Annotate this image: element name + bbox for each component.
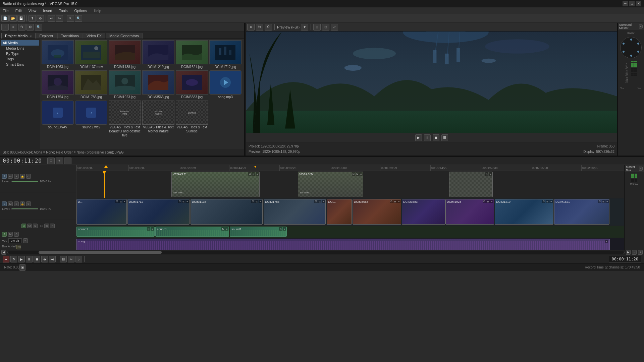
media-fx-btn[interactable]: fx — [18, 24, 25, 31]
track-lock-btn-2[interactable]: 🔒 — [20, 201, 25, 206]
tab-transitions[interactable]: Transitions — [57, 33, 83, 39]
h-scrollbar-thumb[interactable] — [39, 251, 162, 254]
track-comp-btn-1[interactable]: C — [26, 174, 31, 179]
zoom-in-h-btn[interactable]: + — [638, 250, 643, 255]
timeline-snap-btn[interactable]: ⊡ — [47, 158, 55, 164]
media-view-btn[interactable]: ≡ — [10, 24, 17, 31]
media-item-dcim1138[interactable]: DCIM1138.jpg — [109, 40, 141, 69]
clip-tb-fx-s1-2[interactable]: fx — [221, 227, 225, 231]
clip-tb-env-1712[interactable]: ≡ — [185, 200, 189, 203]
preview-maximize-btn[interactable]: ⤢ — [331, 24, 338, 31]
media-item-sound2[interactable]: ♪ sound2.wav — [75, 101, 107, 137]
clip-video-dcim3583[interactable]: DCIM3583 — [402, 199, 445, 225]
undo-button[interactable]: ↩ — [48, 15, 55, 22]
transport-next-frame-btn[interactable]: ⏭ — [49, 256, 56, 262]
clip-tb-snap-1138[interactable]: ⊡ — [251, 200, 255, 203]
menu-insert[interactable]: Insert — [42, 8, 54, 13]
clip-tb-snap-d[interactable]: ⊡ — [115, 200, 119, 203]
transport-snap-btn[interactable]: ⊡ — [60, 256, 67, 262]
tree-all-media[interactable]: All Media — [1, 40, 39, 46]
track-mute-btn-4[interactable]: M — [8, 232, 13, 237]
h-scrollbar[interactable] — [7, 251, 625, 254]
track-mute-btn-3[interactable]: M — [27, 224, 32, 228]
clip-tb-fx-1621[interactable]: fx — [602, 200, 605, 203]
transport-pause-btn[interactable]: ⏸ — [26, 256, 33, 262]
track-fx-btn-3[interactable]: fx — [44, 224, 49, 228]
clip-video-dci[interactable]: DCI... — [327, 199, 352, 225]
track-solo-btn-1[interactable]: S — [14, 174, 19, 179]
clip-tb-env-1621[interactable]: ≡ — [605, 200, 609, 203]
clip-audio-sound1-3[interactable]: sound1 fx ≡ — [230, 227, 287, 237]
preview-loop-btn[interactable]: ☰ — [441, 134, 448, 141]
clip-tb-env-d[interactable]: ≡ — [123, 200, 126, 203]
media-import-btn[interactable]: + — [1, 24, 9, 31]
clip-tb-snap-1621[interactable]: ⊡ — [598, 200, 601, 203]
clip-tb-snap-3563[interactable]: ⊡ — [390, 200, 393, 203]
timeline-tracks[interactable]: 00:00:00;00 00:00:15;00 00:00:29;29 00:0… — [76, 165, 624, 249]
clip-tb-env-3[interactable]: ≡ — [489, 172, 492, 176]
clip-tb-snap-1923[interactable]: ⊡ — [483, 200, 486, 203]
track-mute-btn-1[interactable]: M — [8, 174, 13, 179]
new-button[interactable]: 📄 — [1, 15, 9, 22]
track-pre-btn-4[interactable]: Pre — [16, 245, 21, 249]
preview-stop-btn[interactable]: ⏹ — [433, 134, 439, 141]
timeline-zoom-in-btn[interactable]: + — [56, 158, 63, 164]
clip-tb-snap-2[interactable]: ⊡ — [352, 172, 355, 176]
tree-by-type[interactable]: By Type — [1, 51, 39, 56]
clip-audio-sound1-1[interactable]: sound1 fx ≡ — [76, 227, 155, 237]
clip-tb-env-s1-2[interactable]: ≡ — [225, 227, 228, 231]
clip-song[interactable]: song ≡ — [76, 239, 610, 249]
clip-title-2[interactable]: VEGAS Ti... ⊡ fx ≡ Sunrise... — [298, 172, 363, 197]
clip-tb-fx-1923[interactable]: fx — [486, 200, 490, 203]
track-level-slider-2[interactable] — [11, 208, 38, 209]
zoom-out-h-btn[interactable]: − — [632, 250, 637, 255]
minimize-button[interactable]: ─ — [623, 1, 628, 6]
track-mute-btn-2[interactable]: M — [8, 201, 13, 206]
master-bus-close-btn[interactable]: × — [639, 167, 643, 171]
clip-tb-fx-d[interactable]: fx — [119, 200, 122, 203]
transport-loop-btn[interactable]: ↻ — [10, 256, 17, 262]
clip-tb-env-3563[interactable]: ≡ — [397, 200, 400, 203]
clip-audio-sound1-2[interactable]: sound1 fx ≡ — [155, 227, 229, 237]
transport-stop-btn[interactable]: ⏹ — [34, 256, 40, 262]
media-item-dcim1923[interactable]: DCIM1923.jpg — [109, 70, 141, 99]
clip-tb-env-s1-3[interactable]: ≡ — [283, 227, 286, 231]
clip-tb-fx-1219[interactable]: fx — [546, 200, 549, 203]
menu-view[interactable]: View — [27, 8, 38, 13]
media-item-dcim1219[interactable]: DCIM1219.jpg — [142, 40, 174, 69]
track-lock-btn-1[interactable]: 🔒 — [20, 174, 25, 179]
clip-tb-fx-1712[interactable]: fx — [182, 200, 185, 203]
clip-tb-env-1923[interactable]: ≡ — [490, 200, 493, 203]
open-button[interactable]: 📂 — [9, 15, 17, 22]
clip-video-d[interactable]: D... ⊡ fx ≡ — [76, 199, 127, 225]
scroll-left-btn[interactable]: ◀ — [1, 250, 6, 255]
track-env-btn-3[interactable]: ≡ — [50, 224, 55, 228]
menu-edit[interactable]: Edit — [14, 8, 23, 13]
media-item-song[interactable]: song.mp3 — [209, 70, 241, 99]
transport-prev-frame-btn[interactable]: ⏮ — [41, 256, 48, 262]
clip-tb-env-s1-1[interactable]: ≡ — [151, 227, 154, 231]
media-item-title1[interactable]: Beautifulintro VEGAS Titles & Text Beaut… — [109, 101, 141, 137]
clip-tb-env-song[interactable]: ≡ — [605, 240, 608, 243]
surround-close-btn[interactable]: × — [639, 24, 643, 28]
transport-record-btn[interactable]: ● — [3, 256, 9, 262]
clip-video-dcim1219[interactable]: DCIM1219 ⊡ fx ≡ — [495, 199, 553, 225]
media-item-dcim1712[interactable]: DCIM1712.jpg — [209, 40, 241, 69]
media-item-dcim1137[interactable]: DCIM1137.mov — [75, 40, 107, 69]
preview-fx-btn[interactable]: fx — [256, 24, 263, 31]
scroll-right-btn[interactable]: ▶ — [626, 250, 631, 255]
media-zoom-btn[interactable]: 🔍 — [35, 24, 42, 31]
preview-script-btn[interactable]: Ω — [265, 24, 272, 31]
media-item-sound1[interactable]: ♪ sound1.WAV — [42, 101, 74, 137]
track-vol-field-4[interactable] — [8, 238, 22, 243]
clip-tb-env[interactable]: ≡ — [256, 172, 259, 176]
tab-close-project-media[interactable]: × — [30, 35, 32, 38]
transport-trim-btn[interactable]: ✂ — [68, 256, 74, 262]
media-item-dcim1754[interactable]: DCIM1754.jpg — [42, 70, 74, 99]
clip-video-dcim1138[interactable]: DCIM1138 ⊡ fx ≡ — [191, 199, 263, 225]
zoom-button[interactable]: 🔍 — [75, 15, 82, 22]
tree-media-bins[interactable]: Media Bins — [1, 46, 39, 51]
track-level-slider-1[interactable] — [11, 181, 38, 182]
tab-project-media[interactable]: Project Media × — [1, 33, 36, 39]
transport-play-btn[interactable]: ▶ — [18, 256, 25, 262]
